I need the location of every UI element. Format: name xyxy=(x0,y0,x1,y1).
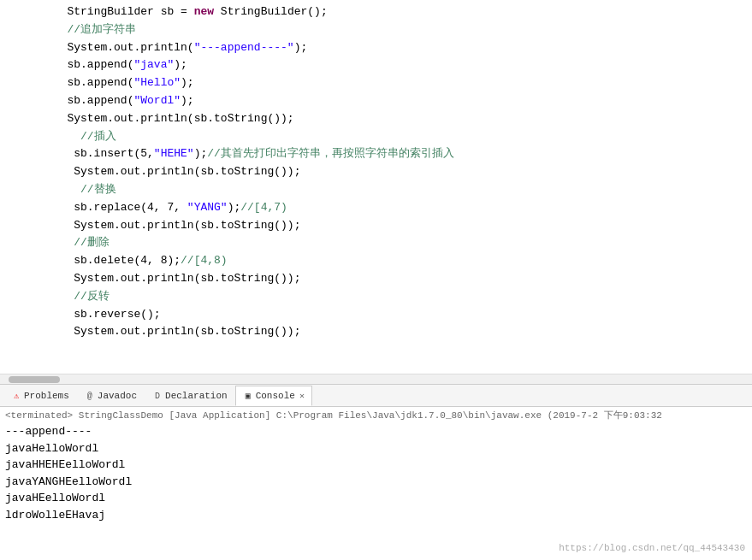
code-line: sb.append("Wordl"); xyxy=(14,92,752,110)
code-line: //反转 xyxy=(14,288,752,306)
code-line: System.out.println(sb.toString()); xyxy=(14,323,752,341)
console-line: ldroWolleEHavaj xyxy=(5,507,747,524)
code-editor: StringBuilder sb = new StringBuilder(); … xyxy=(0,0,752,385)
code-line: StringBuilder sb = new StringBuilder(); xyxy=(14,3,752,21)
console-tab-close[interactable]: ✕ xyxy=(299,391,305,401)
code-line: //插入 xyxy=(14,128,752,146)
javadoc-tab-label: Javadoc xyxy=(98,391,137,401)
problems-tab-icon: ⚠ xyxy=(11,391,21,401)
code-line: sb.delete(4, 8);//[4,8) xyxy=(14,252,752,270)
console-output: ---append----javaHelloWordljavaHHEHEello… xyxy=(5,423,747,523)
console-line: javaHelloWordl xyxy=(5,440,747,457)
code-line: //替换 xyxy=(14,181,752,199)
tab-console[interactable]: ▣Console✕ xyxy=(235,386,312,406)
code-lines: StringBuilder sb = new StringBuilder(); … xyxy=(0,0,752,345)
watermark: https://blog.csdn.net/qq_44543430 xyxy=(559,543,745,553)
declaration-tab-label: Declaration xyxy=(165,391,228,401)
declaration-tab-icon: D xyxy=(152,391,163,401)
tab-problems[interactable]: ⚠Problems xyxy=(3,386,77,406)
tab-bar: ⚠Problems@JavadocDDeclaration▣Console✕ xyxy=(0,385,752,407)
code-line: //删除 xyxy=(14,234,752,252)
console-tab-label: Console xyxy=(256,391,295,401)
console-line: javaYANGHEelloWordl xyxy=(5,474,747,491)
code-line: System.out.println("---append----"); xyxy=(14,39,752,57)
problems-tab-label: Problems xyxy=(24,391,69,401)
horizontal-scrollbar[interactable] xyxy=(0,374,752,384)
code-line: System.out.println(sb.toString()); xyxy=(14,217,752,235)
code-line: sb.insert(5,"HEHE");//其首先打印出字符串，再按照字符串的索… xyxy=(14,145,752,163)
console-line: javaHHEHEelloWordl xyxy=(5,457,747,474)
code-line: System.out.println(sb.toString()); xyxy=(14,163,752,181)
console-tab-icon: ▣ xyxy=(243,391,253,401)
code-line: sb.append("Hello"); xyxy=(14,74,752,92)
code-line: //追加字符串 xyxy=(14,21,752,39)
code-line: sb.reverse(); xyxy=(14,306,752,324)
console-header: <terminated> StringClassDemo [Java Appli… xyxy=(5,409,747,421)
console-line: ---append---- xyxy=(5,423,747,440)
tab-javadoc[interactable]: @Javadoc xyxy=(77,386,145,406)
console-line: javaHEelloWordl xyxy=(5,490,747,507)
code-line: System.out.println(sb.toString()); xyxy=(14,110,752,128)
tab-declaration[interactable]: DDeclaration xyxy=(145,386,235,406)
code-line: System.out.println(sb.toString()); xyxy=(14,270,752,288)
code-line: sb.replace(4, 7, "YANG");//[4,7) xyxy=(14,199,752,217)
scrollbar-thumb[interactable] xyxy=(9,376,60,383)
javadoc-tab-icon: @ xyxy=(85,391,95,401)
console-area: <terminated> StringClassDemo [Java Appli… xyxy=(0,407,752,560)
code-line: sb.append("java"); xyxy=(14,56,752,74)
bottom-panel: ⚠Problems@JavadocDDeclaration▣Console✕ <… xyxy=(0,385,752,560)
